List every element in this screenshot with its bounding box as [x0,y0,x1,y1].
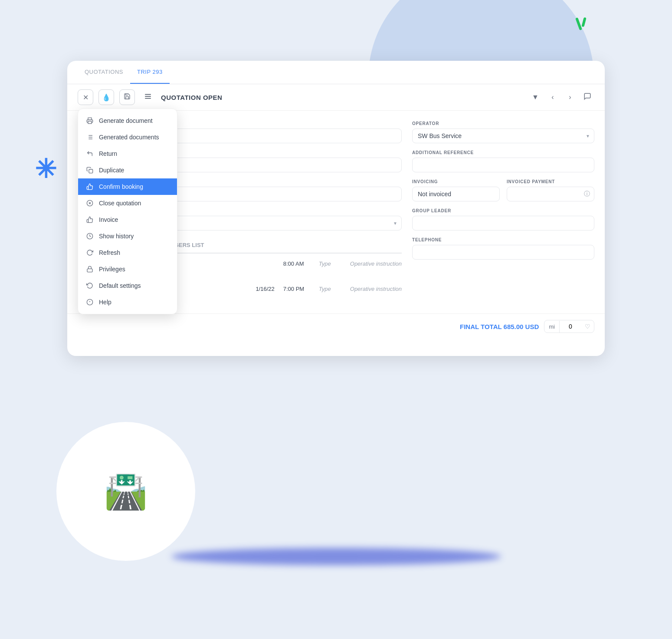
menu-item-default-settings[interactable]: Default settings [78,277,177,294]
route-operative: Operative instruction [350,286,402,292]
dropdown-button[interactable]: ▼ [528,90,542,104]
reset-icon [86,282,94,290]
spark2 [581,17,586,27]
tabs-bar: QUOTATIONS TRIP 293 [67,61,605,84]
additional-ref-label: ADDITIONAL REFERENCE [412,150,594,155]
telephone-group: TELEPHONE [412,237,594,260]
mi-value-input[interactable] [560,320,581,333]
menu-item-close-quotation[interactable]: Close quotation [78,195,177,211]
tab-quotations[interactable]: QUOTATIONS [78,61,130,84]
operator-label: OPERATOR [412,121,594,126]
dropdown-icon: ▼ [532,93,539,101]
menu-item-invoice[interactable]: Invoice [78,211,177,228]
menu-label: Default settings [99,282,141,289]
chat-button[interactable] [580,90,594,104]
route-date: 1/16/22 [256,286,278,292]
operator-group: OPERATOR SW Bus Service ▼ [412,121,594,143]
menu-label: Generated documents [99,134,159,141]
return-icon [86,150,94,158]
route-type: Type [319,286,345,292]
info-circle-icon[interactable]: ⓘ [584,190,590,198]
menu-label: Generate document [99,117,153,124]
close-button[interactable]: ✕ [78,89,93,105]
thumbsup-icon [86,183,94,191]
dropdown-menu: Generate document Generated documents Re… [78,109,177,314]
save-button[interactable] [119,89,135,105]
route-operative: Operative instruction [350,260,402,267]
route-time: 7:00 PM [283,286,314,292]
invoicing-label: INVOICING [412,179,500,184]
menu-label: Privileges [99,266,125,273]
svg-rect-3 [88,121,92,123]
invoice-icon [86,216,94,224]
svg-rect-10 [89,169,93,173]
next-icon: › [569,93,571,101]
menu-label: Close quotation [99,200,141,207]
menu-label: Invoice [99,216,118,223]
toolbar-right: ▼ ‹ › [528,90,594,104]
save-icon [124,93,131,102]
route-type: Type [319,260,345,267]
menu-label: Duplicate [99,167,124,174]
invoicing-group: INVOICING [412,179,500,201]
list-icon [86,133,94,141]
telephone-label: TELEPHONE [412,237,594,242]
group-leader-group: GROUP LEADER [412,208,594,231]
close-circle-icon [86,199,94,207]
road-icon-circle: 🛣️ [56,422,195,561]
mi-input-wrap: mi ♡ [544,320,594,333]
water-icon: 💧 [102,93,111,102]
info-icon [86,298,94,306]
final-total: FINAL TOTAL 685.00 USD [460,323,539,330]
quotation-status: QUOTATION OPEN [161,94,523,101]
invoiced-payment-group: INVOICED PAYMENT ⓘ [507,179,594,201]
menu-label: Confirm booking [99,183,143,190]
telephone-input[interactable] [412,245,594,260]
menu-label: Help [99,299,111,306]
toolbar: ✕ 💧 QUOTATION OPEN ▼ ‹ [67,84,605,111]
shadow-oval [171,548,501,565]
menu-item-confirm-booking[interactable]: Confirm booking [78,178,177,195]
clock-icon [86,232,94,240]
menu-item-generated-docs[interactable]: Generated documents [78,129,177,145]
mi-label: mi [544,321,560,333]
close-icon: ✕ [83,93,89,102]
invoiced-payment-label: INVOICED PAYMENT [507,179,594,184]
location-icon: ♡ [581,320,594,333]
menu-item-generate-doc[interactable]: Generate document [78,112,177,129]
menu-item-privileges[interactable]: Privileges [78,261,177,277]
menu-label: Show history [99,233,134,240]
group-leader-input[interactable] [412,216,594,231]
chat-icon [583,92,591,102]
route-time: 8:00 AM [283,260,314,267]
operator-select-wrap: SW Bus Service ▼ [412,128,594,143]
menu-item-show-history[interactable]: Show history [78,228,177,244]
refresh-icon [86,249,94,257]
invoicing-input[interactable] [412,187,500,201]
menu-item-return[interactable]: Return [78,145,177,162]
menu-label: Return [99,150,117,157]
menu-label: Refresh [99,249,120,256]
additional-ref-group: ADDITIONAL REFERENCE [412,150,594,172]
prev-icon: ‹ [551,93,554,101]
invoiced-payment-input[interactable] [507,187,594,201]
print-icon [86,117,94,125]
svg-rect-15 [87,269,92,272]
next-button[interactable]: › [563,90,577,104]
invoicing-input-wrap [412,187,500,201]
menu-icon [144,92,152,102]
lock-icon [86,265,94,273]
menu-item-duplicate[interactable]: Duplicate [78,162,177,178]
menu-item-refresh[interactable]: Refresh [78,244,177,261]
menu-button[interactable] [140,89,156,105]
water-button[interactable]: 💧 [98,89,114,105]
additional-ref-input[interactable] [412,158,594,172]
operator-select[interactable]: SW Bus Service [412,128,594,143]
prev-button[interactable]: ‹ [546,90,560,104]
main-card: QUOTATIONS TRIP 293 ✕ 💧 QUOTATION OPEN [67,61,605,356]
menu-item-help[interactable]: Help [78,294,177,310]
tab-trip[interactable]: TRIP 293 [130,61,170,84]
right-col: OPERATOR SW Bus Service ▼ ADDITIONAL REF… [412,121,594,303]
invoicing-payment-row: INVOICING INVOICED PAYMENT ⓘ [412,179,594,208]
road-icon: 🛣️ [104,471,148,512]
